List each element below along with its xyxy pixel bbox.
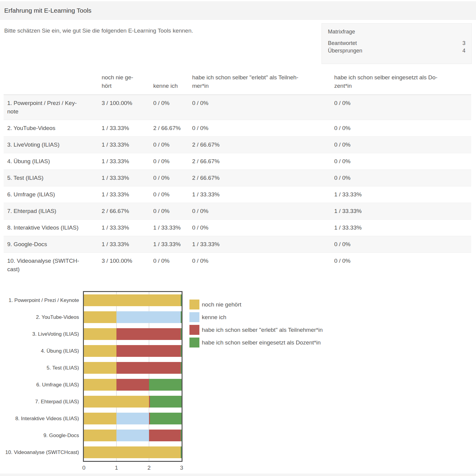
corner-cell <box>4 73 98 95</box>
row-label: 6. Umfrage (ILIAS) <box>4 186 98 203</box>
next-section-edge <box>0 474 476 476</box>
skipped-row: Übersprungen 4 <box>328 47 465 55</box>
table-cell: 1 / 33.33% <box>331 203 471 220</box>
table-cell: 1 / 33.33% <box>98 220 150 236</box>
row-label: 5. Test (ILIAS) <box>4 170 98 186</box>
bar-segment <box>84 379 116 391</box>
bar-segment <box>84 345 116 357</box>
category-label: 7. Ehterpad (ILIAS) <box>0 398 79 406</box>
table-cell: 2 / 66.67% <box>189 170 331 186</box>
column-header: habe ich schon selber "erlebt" als Teiln… <box>189 73 331 95</box>
results-table-wrap: noch nie ge- hörtkenne ichhabe ich schon… <box>4 73 471 278</box>
table-cell: 1 / 33.33% <box>150 236 189 253</box>
table-cell: 0 / 0% <box>331 153 471 170</box>
category-label: 2. YouTube-Videos <box>0 313 79 322</box>
bar-segment <box>149 413 182 424</box>
bar-segment-sliver <box>181 362 182 374</box>
table-cell: 0 / 0% <box>331 95 471 120</box>
table-row: 3. LiveVoting (ILIAS)1 / 33.33%0 / 0%2 /… <box>4 137 471 153</box>
category-label: 5. Test (ILIAS) <box>0 364 79 372</box>
stacked-bar-chart: 1. Powerpoint / Prezi / Keynote2. YouTub… <box>0 284 476 476</box>
legend-label: habe ich schon selber eingesetzt als Doz… <box>202 339 321 346</box>
legend-swatch <box>189 312 199 322</box>
page-title: Erfahrung mit E-Learning Tools <box>4 7 91 14</box>
legend-label: kenne ich <box>202 314 226 321</box>
answered-label: Beantwortet <box>328 40 357 47</box>
results-table: noch nie ge- hörtkenne ichhabe ich schon… <box>4 73 471 278</box>
table-cell: 1 / 33.33% <box>189 186 331 203</box>
bar-segment-sliver <box>181 430 182 441</box>
table-cell: 0 / 0% <box>189 253 331 278</box>
table-cell: 1 / 33.33% <box>189 236 331 253</box>
bar-segment-sliver <box>181 446 182 458</box>
bar-segment <box>116 345 182 357</box>
bar-segment-sliver <box>181 345 182 357</box>
table-row: 8. Interaktive Videos (ILIAS)1 / 33.33%1… <box>4 220 471 236</box>
question-text: Bitte schätzen Sie ein, wie gut Sie die … <box>4 27 312 35</box>
table-row: 7. Ehterpad (ILIAS)2 / 66.67%0 / 0%0 / 0… <box>4 203 471 220</box>
table-cell: 0 / 0% <box>150 95 189 120</box>
bar-segment-sliver <box>181 294 182 306</box>
category-label: 9. Google-Docs <box>0 431 79 440</box>
table-row: 9. Google-Docs1 / 33.33%1 / 33.33%1 / 33… <box>4 236 471 253</box>
legend-swatch <box>189 325 199 335</box>
bar-segment <box>84 446 182 458</box>
row-label: 1. Powerpoint / Prezi / Key- note <box>4 95 98 120</box>
bar-segment <box>116 328 182 340</box>
table-header-row: noch nie ge- hörtkenne ichhabe ich schon… <box>4 73 471 95</box>
table-cell: 0 / 0% <box>189 95 331 120</box>
bar-segment <box>116 430 149 441</box>
table-cell: 1 / 33.33% <box>98 137 150 153</box>
table-row: 6. Umfrage (ILIAS)1 / 33.33%0 / 0%1 / 33… <box>4 186 471 203</box>
table-cell: 0 / 0% <box>189 220 331 236</box>
row-label: 9. Google-Docs <box>4 236 98 253</box>
category-label: 6. Umfrage (ILIAS) <box>0 381 79 389</box>
bar-segment <box>149 396 182 408</box>
row-label: 7. Ehterpad (ILIAS) <box>4 203 98 220</box>
table-row: 4. Übung (ILIAS)1 / 33.33%0 / 0%2 / 66.6… <box>4 153 471 170</box>
bar-segment <box>84 328 116 340</box>
table-cell: 0 / 0% <box>189 203 331 220</box>
bar-segment-sliver <box>149 413 150 424</box>
bar-segment <box>116 311 182 323</box>
x-axis-tick: 0 <box>77 465 90 471</box>
legend-item: noch nie gehört <box>189 300 241 309</box>
bar-segment <box>116 362 182 374</box>
table-cell: 2 / 66.67% <box>189 137 331 153</box>
table-cell: 0 / 0% <box>150 137 189 153</box>
table-cell: 2 / 66.67% <box>189 153 331 170</box>
question-type-label: Matrixfrage <box>328 29 465 35</box>
table-cell: 1 / 33.33% <box>98 186 150 203</box>
x-axis-tick: 3 <box>175 465 188 471</box>
row-label: 10. Videoanalyse (SWITCH- cast) <box>4 253 98 278</box>
row-label: 2. YouTube-Videos <box>4 120 98 137</box>
legend-swatch <box>189 300 199 309</box>
table-cell: 0 / 0% <box>150 203 189 220</box>
table-row: 10. Videoanalyse (SWITCH- cast)3 / 100.0… <box>4 253 471 278</box>
bar-segment <box>116 413 149 424</box>
category-label: 8. Interaktive Videos (ILIAS) <box>0 414 79 423</box>
table-cell: 0 / 0% <box>189 120 331 137</box>
bar-segment <box>84 311 116 323</box>
table-cell: 1 / 33.33% <box>98 120 150 137</box>
table-cell: 1 / 33.33% <box>98 236 150 253</box>
bar-segment <box>84 294 182 306</box>
legend-label: habe ich schon selber "erlebt" als Teiln… <box>202 327 323 333</box>
bar-segment <box>84 430 116 441</box>
row-label: 4. Übung (ILIAS) <box>4 153 98 170</box>
bar-segment <box>116 379 149 391</box>
column-header: kenne ich <box>150 73 189 95</box>
table-cell: 2 / 66.67% <box>98 203 150 220</box>
survey-results-page: Erfahrung mit E-Learning Tools Bitte sch… <box>0 0 476 476</box>
table-cell: 0 / 0% <box>150 186 189 203</box>
legend-item: habe ich schon selber "erlebt" als Teiln… <box>189 325 323 335</box>
x-axis-tick: 1 <box>110 465 123 471</box>
bar-segment <box>149 379 182 391</box>
column-header: habe ich schon selber eingesetzt als Do-… <box>331 73 471 95</box>
bar-segment <box>84 396 149 408</box>
table-row: 2. YouTube-Videos1 / 33.33%2 / 66.67%0 /… <box>4 120 471 137</box>
bar-segment <box>149 430 182 441</box>
table-cell: 0 / 0% <box>331 253 471 278</box>
table-cell: 0 / 0% <box>331 137 471 153</box>
skipped-label: Übersprungen <box>328 47 362 55</box>
